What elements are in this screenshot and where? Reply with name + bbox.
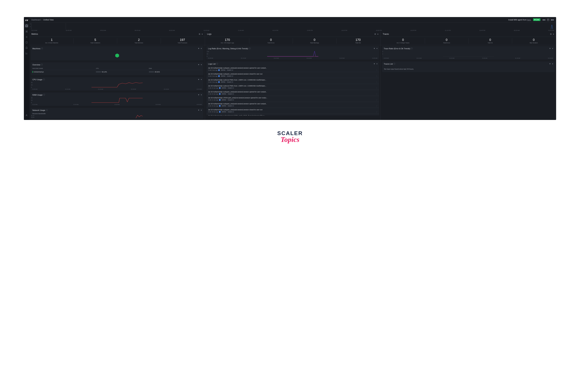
log-ratio-xaxis: 01:09 AM01:19 AM01:29 AM01:39 AM01:49 AM… [206, 58, 379, 59]
install-link[interactable]: here [527, 19, 531, 21]
breadcrumb: Dashboard › Unified View [31, 19, 54, 21]
columns: Metrics ⚙▾ 1Incl. 0 Down Machine5Total C… [29, 31, 556, 120]
live-button[interactable]: Live [533, 18, 540, 21]
nav-bell-icon[interactable] [25, 46, 28, 49]
log-ratio-chart [208, 51, 377, 57]
log-item[interactable]: Jan 25 mohammedpc sudopam_unix(sudo:sess… [206, 102, 379, 108]
nav-home-icon[interactable] [25, 24, 28, 28]
traces-list-card: Traces Listⓘ ▼▾ No trace was found since… [382, 62, 555, 72]
timeline-spike-icon [551, 24, 553, 29]
ram-chart [32, 97, 202, 103]
breadcrumb-root[interactable]: Dashboard [31, 19, 41, 21]
logo: ∧∨ [25, 19, 28, 21]
hexagon-icon[interactable] [115, 53, 120, 58]
filter-icon[interactable]: ▼ [198, 109, 199, 111]
filter-icon[interactable]: ▼ [549, 63, 551, 65]
info-icon[interactable]: ⓘ [249, 47, 251, 50]
svg-marker-3 [115, 54, 119, 58]
calendar-icon[interactable] [547, 18, 549, 21]
logs-stats: 170Incl. 170 Unique Logs0Total Errors0To… [205, 37, 381, 45]
svg-point-1 [26, 114, 27, 115]
nav-user-icon[interactable] [25, 114, 28, 117]
forward-icon[interactable]: ▶▶ [551, 18, 554, 21]
trace-ratio-card: Trace Ratio (Error & Ok Trends)ⓘ ▼▾ 2 1 … [382, 46, 555, 59]
metrics-title: Metrics [31, 33, 38, 35]
stat-item: 5Total Containers [74, 38, 117, 44]
logs-list-card: Logs Listⓘ ▼▾ Jan 25 mohammedpc sudopam_… [206, 62, 379, 115]
filter-icon[interactable]: ▼ [198, 79, 199, 80]
nav-layers-icon[interactable] [25, 35, 28, 38]
log-item[interactable]: Jan 25 mohammedpc sudopam_unix(sudo:sess… [206, 66, 379, 72]
chevron-down-icon[interactable]: ▾ [202, 33, 203, 35]
log-ratio-card: Log Ratio (Error, Warning, Debug & Info … [206, 46, 379, 59]
info-icon[interactable]: ⓘ [43, 78, 45, 81]
log-item[interactable]: Jan 25 mohammedpc sudopam_unix(sudo:sess… [206, 108, 379, 114]
traces-title: Traces [383, 33, 389, 35]
more-icon[interactable]: ⋮ [376, 87, 377, 89]
logs-column: Logs ⚙▾ 170Incl. 170 Unique Logs0Total E… [205, 31, 381, 120]
more-icon[interactable]: ⋮ [376, 75, 377, 77]
info-icon[interactable]: ⓘ [216, 63, 218, 65]
more-icon[interactable]: ⋮ [376, 93, 377, 95]
brand: SCALER Topics [24, 130, 556, 144]
more-icon[interactable]: ⋮ [376, 69, 377, 71]
log-item[interactable]: Jan 25 mohammedpc sudoroot PWD=/root ; U… [206, 84, 379, 90]
traces-stats: 0Incl. 0 Unique Traces0Total Errors0Tota… [381, 37, 556, 45]
stat-item: 0Total Warnings [293, 38, 336, 44]
timeline-chart[interactable]: 4 2 02:15 AM03:45 AM05:20 AM06:55 AM08:3… [29, 22, 556, 31]
stat-item: 170Total Info [336, 38, 380, 44]
more-icon[interactable]: ⋮ [376, 105, 377, 107]
nav-doc-icon[interactable] [25, 41, 28, 44]
filter-icon[interactable]: ▼ [549, 48, 551, 49]
stat-item: 0Total Ok [468, 38, 512, 44]
info-badge: i [218, 69, 220, 71]
filter-icon[interactable]: ▼ [198, 48, 199, 49]
traces-empty: No trace was found since last 24 hours. [382, 66, 555, 72]
stat-item: 0Total Errors [249, 38, 293, 44]
more-icon[interactable]: ⋮ [376, 111, 377, 113]
nav-chart-icon[interactable] [25, 52, 28, 55]
info-icon[interactable]: ⓘ [411, 47, 413, 50]
info-icon[interactable]: ⓘ [393, 63, 395, 65]
info-badge: i [218, 75, 220, 77]
info-badge: i [219, 99, 221, 101]
info-icon[interactable]: ⓘ [43, 94, 45, 96]
log-item[interactable]: Jan 25 mohammedpc sudopam_unix(sudo:sess… [206, 90, 379, 96]
install-prompt: Install MW agent from here. [508, 19, 531, 21]
info-icon[interactable]: ⓘ [41, 47, 43, 50]
topbar: Dashboard › Unified View Install MW agen… [29, 17, 556, 22]
more-icon[interactable]: ⋮ [376, 99, 377, 101]
gear-icon[interactable]: ⚙ [374, 33, 376, 35]
log-item[interactable]: Jan 25 mohammedpc sudoroot PWD=/root ; U… [206, 78, 379, 84]
stat-item: 0Total Errors [425, 38, 469, 44]
nav-command-icon[interactable] [25, 30, 28, 33]
filter-icon[interactable]: ▼ [373, 48, 375, 49]
info-badge: i [218, 81, 220, 83]
sidebar: ∧∨ [24, 17, 29, 120]
gear-icon[interactable]: ⚙ [550, 33, 552, 35]
info-icon[interactable]: ⓘ [41, 63, 43, 66]
filter-icon[interactable]: ▼ [198, 94, 199, 96]
log-item[interactable]: Jan 25 mohammedpc CRON pam_unix(cron:ses… [206, 96, 379, 102]
info-badge: i [219, 111, 221, 113]
info-icon[interactable]: ⓘ [46, 109, 48, 111]
stat-item: 1Incl. 0 Down Machine [30, 38, 74, 44]
trace-ratio-xaxis: 01:09 AM01:19 AM01:29 AM01:39 AM01:49 AM… [382, 58, 555, 59]
table-row[interactable]: mohammed-pc 53.14% 40.51% [32, 70, 202, 74]
trace-ratio-chart [384, 51, 553, 57]
log-item[interactable]: Jan 25 mohammedpc sudomohammed TTY=pts/0… [206, 114, 379, 115]
breadcrumb-page: Unified View [43, 19, 54, 21]
logs-list[interactable]: Jan 25 mohammedpc sudopam_unix(sudo:sess… [206, 66, 379, 115]
rewind-icon[interactable]: ◀◀ [542, 18, 545, 21]
log-item[interactable]: Jan 25 mohammedpc sudopam_unix(sudo:sess… [206, 72, 379, 78]
overview-card: Overviewⓘ ▼▾ MACHINE NAMECPURAM mohammed… [31, 62, 203, 75]
stat-item: 0Incl. 0 Unique Traces [381, 38, 425, 44]
more-icon[interactable]: ⋮ [376, 81, 377, 83]
info-badge: i [219, 87, 221, 89]
filter-icon[interactable]: ▼ [373, 63, 375, 65]
gear-icon[interactable]: ⚙ [199, 33, 200, 35]
network-card: Network Usageⓘ ▼▾ Receive Bandwidth: 41.… [31, 108, 203, 119]
machines-card: Machinesⓘ ▼▾ [31, 46, 203, 60]
status-dot [32, 71, 33, 73]
filter-icon[interactable]: ▼ [198, 64, 199, 66]
